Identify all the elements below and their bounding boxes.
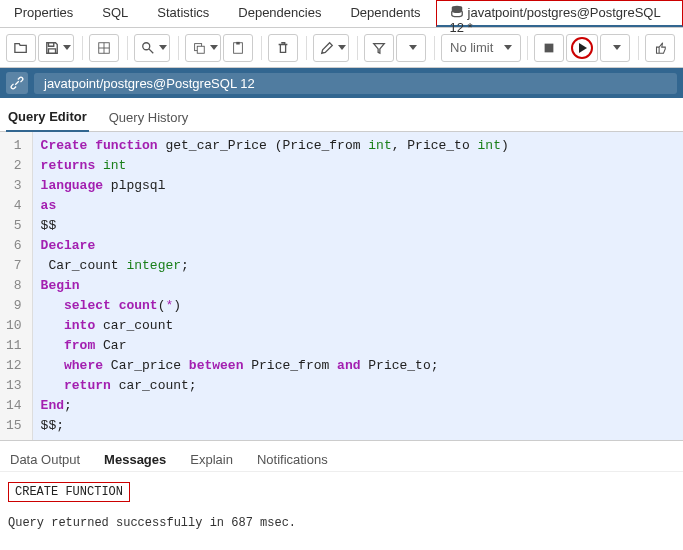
separator: [527, 36, 528, 60]
thumbs-up-icon: [653, 41, 667, 55]
caret-icon: [210, 45, 218, 50]
filter-dropdown-button[interactable]: [396, 34, 426, 62]
connection-bar: javatpoint/postgres@PostgreSQL 12: [0, 68, 683, 98]
separator: [638, 36, 639, 60]
svg-point-4: [143, 42, 150, 49]
filter-icon: [372, 41, 386, 55]
tab-data-output[interactable]: Data Output: [8, 448, 82, 471]
output-tabs: Data Output Messages Explain Notificatio…: [0, 440, 683, 472]
svg-rect-7: [197, 46, 204, 53]
caret-icon: [613, 45, 621, 50]
paste-icon: [231, 41, 245, 55]
copy-icon: [192, 41, 206, 55]
tab-connection[interactable]: javatpoint/postgres@PostgreSQL 12 *: [436, 0, 683, 27]
paste-button[interactable]: [223, 34, 253, 62]
filter-button[interactable]: [364, 34, 394, 62]
tab-query-editor[interactable]: Query Editor: [6, 103, 89, 132]
separator: [434, 36, 435, 60]
separator: [357, 36, 358, 60]
code-area[interactable]: Create function get_car_Price (Price_fro…: [33, 132, 683, 440]
separator: [82, 36, 83, 60]
edit-button[interactable]: [313, 34, 349, 62]
top-tabs: Properties SQL Statistics Dependencies D…: [0, 0, 683, 28]
tab-dependencies[interactable]: Dependencies: [224, 0, 336, 27]
stop-button[interactable]: [534, 34, 564, 62]
play-icon: [571, 37, 593, 59]
caret-icon: [409, 45, 417, 50]
grid-button[interactable]: [89, 34, 119, 62]
tab-notifications[interactable]: Notifications: [255, 448, 330, 471]
status-text: CREATE FUNCTION: [8, 482, 130, 502]
caret-icon: [159, 45, 167, 50]
connection-icon-button[interactable]: [6, 72, 28, 94]
svg-rect-9: [236, 41, 240, 44]
open-file-button[interactable]: [6, 34, 36, 62]
result-message: Query returned successfully in 687 msec.: [8, 516, 675, 530]
editor-tabs: Query Editor Query History: [0, 98, 683, 132]
stop-icon: [542, 41, 556, 55]
tab-dependents[interactable]: Dependents: [336, 0, 435, 27]
execute-dropdown-button[interactable]: [600, 34, 630, 62]
tab-explain[interactable]: Explain: [188, 448, 235, 471]
explain-button[interactable]: [645, 34, 675, 62]
save-icon: [45, 41, 59, 55]
separator: [127, 36, 128, 60]
limit-select[interactable]: No limit: [441, 34, 521, 62]
search-button[interactable]: [134, 34, 170, 62]
sql-editor[interactable]: 123456789101112131415 Create function ge…: [0, 132, 683, 440]
trash-icon: [276, 41, 290, 55]
copy-button[interactable]: [185, 34, 221, 62]
svg-rect-10: [545, 43, 554, 52]
tab-statistics[interactable]: Statistics: [143, 0, 224, 27]
separator: [178, 36, 179, 60]
link-icon: [10, 76, 24, 90]
tab-messages[interactable]: Messages: [102, 448, 168, 471]
caret-icon: [338, 45, 346, 50]
database-icon: [450, 5, 464, 19]
toolbar: No limit: [0, 28, 683, 68]
search-icon: [141, 41, 155, 55]
execute-button[interactable]: [566, 34, 598, 62]
delete-button[interactable]: [268, 34, 298, 62]
tab-query-history[interactable]: Query History: [107, 104, 190, 131]
pencil-icon: [320, 41, 334, 55]
caret-icon: [63, 45, 71, 50]
tab-properties[interactable]: Properties: [0, 0, 88, 27]
limit-label: No limit: [450, 40, 493, 55]
folder-open-icon: [14, 41, 28, 55]
output-panel: CREATE FUNCTION Query returned successfu…: [0, 472, 683, 540]
tab-sql[interactable]: SQL: [88, 0, 143, 27]
caret-icon: [504, 45, 512, 50]
svg-line-5: [149, 48, 153, 52]
save-button[interactable]: [38, 34, 74, 62]
connection-text[interactable]: javatpoint/postgres@PostgreSQL 12: [34, 73, 677, 94]
separator: [261, 36, 262, 60]
grid-icon: [97, 41, 111, 55]
separator: [306, 36, 307, 60]
gutter: 123456789101112131415: [0, 132, 33, 440]
